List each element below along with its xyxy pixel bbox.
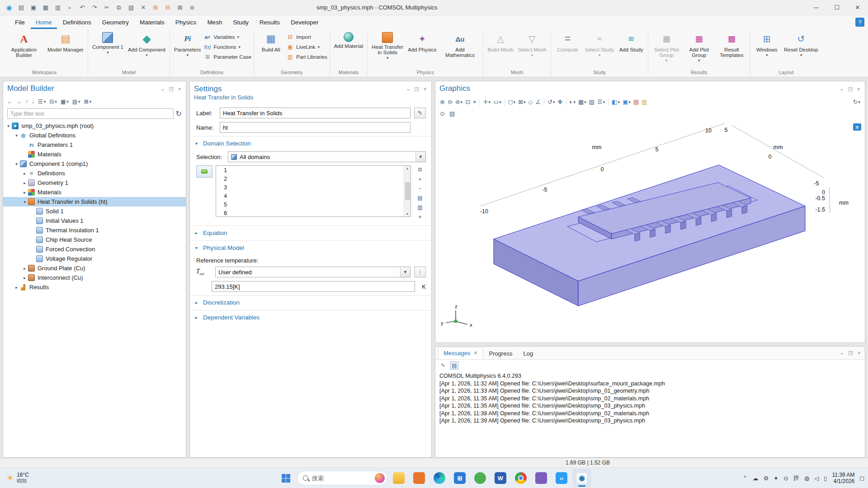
delete-icon[interactable]: ✕ — [139, 3, 148, 12]
cloud-icon[interactable]: ☁ — [752, 475, 758, 482]
expand-chevron-icon[interactable]: ▸ — [21, 171, 28, 176]
reference-temperature-input[interactable] — [212, 281, 415, 292]
forward-icon[interactable]: → — [16, 99, 22, 105]
expand-chevron-icon[interactable]: ▸ — [21, 276, 28, 280]
cut-icon[interactable]: ✂ — [102, 3, 111, 12]
tree-node-solid-1[interactable]: Solid 1 — [3, 206, 186, 216]
tree-node-voltage-regulator[interactable]: Voltage Regulator — [3, 254, 186, 263]
detach-panel-icon[interactable]: ◳ — [848, 86, 852, 92]
taskbar-app-purple[interactable] — [532, 469, 550, 487]
run-icon[interactable]: ▸ — [66, 3, 75, 12]
taskbar-vscode[interactable]: ‹› — [552, 469, 571, 487]
wireframe-icon[interactable]: ☰▾ — [596, 98, 606, 106]
taskbar-edge[interactable] — [430, 469, 448, 487]
expand-chevron-icon[interactable]: ▾ — [13, 162, 20, 166]
tree-columns-icon[interactable]: ▤▾ — [72, 99, 80, 105]
plot-settings-icon[interactable]: ◧▾ — [610, 98, 621, 106]
tab-progress[interactable]: Progress — [484, 348, 517, 359]
help-button[interactable]: ? — [855, 18, 864, 27]
add-study-button[interactable]: ≋ Add Study — [617, 30, 646, 52]
taskbar-file-explorer[interactable] — [390, 469, 408, 487]
maximize-button[interactable]: ☐ — [826, 0, 847, 15]
network-icon[interactable]: ◍ — [804, 475, 809, 482]
label-input[interactable] — [220, 108, 410, 118]
tref-dropdown[interactable]: User defined ▼ — [215, 267, 410, 277]
snapshot-camera-icon[interactable]: ⊙ — [440, 110, 445, 117]
model-tree-view-icon[interactable]: ▦▾ — [61, 99, 69, 105]
copy-selection-icon[interactable]: ▤ — [416, 194, 424, 202]
grid-icon[interactable]: ⊠ — [175, 3, 184, 12]
zoom-out-icon[interactable]: ⊖ — [446, 98, 454, 106]
menu-mesh[interactable]: Mesh — [202, 17, 227, 29]
add-material-button[interactable]: Add Material — [332, 30, 365, 49]
lasso-select-icon[interactable]: ◇ — [527, 98, 534, 106]
add-plot-group-button[interactable]: ▦ Add Plot Group ▾ — [683, 30, 715, 62]
taskbar-word[interactable]: W — [491, 469, 509, 487]
tree-node-definitions[interactable]: ▸ ≡ Definitions — [3, 169, 186, 178]
pan-icon[interactable]: ✥ — [557, 98, 564, 106]
add-component-button[interactable]: ◆ Add Component ▾ — [126, 30, 167, 56]
tree-node-root[interactable]: ▾ ◆ smp_03_physics.mph (root) — [3, 121, 186, 131]
domain-selection-list[interactable]: 1 2 3 4 5 6 ▲ ▼ — [216, 165, 411, 217]
undo-icon[interactable]: ↶ — [78, 3, 87, 12]
volume-icon[interactable]: ◁ — [814, 475, 819, 482]
detach-panel-icon[interactable]: ◳ — [414, 86, 419, 92]
clear-messages-icon[interactable]: ✎ — [439, 361, 447, 370]
select-box-icon[interactable]: ◻▾ — [507, 98, 517, 106]
result-templates-button[interactable]: ▩ Result Templates — [716, 30, 747, 58]
tree-node-thermal-insulation-1[interactable]: Thermal Insulation 1 — [3, 225, 186, 235]
detach-panel-icon[interactable]: ◳ — [848, 350, 853, 356]
tree-node-parameters[interactable]: Pi Parameters 1 — [3, 140, 186, 150]
insert-matrix-icon[interactable]: ⊞ — [151, 3, 160, 12]
panel-menu-icon[interactable]: ⌄ — [406, 86, 410, 92]
save-icon[interactable]: ▦ — [41, 3, 50, 12]
search-input[interactable] — [312, 475, 371, 482]
minimize-button[interactable]: ─ — [806, 0, 826, 15]
windows-button[interactable]: ⊞ Windows ▾ — [752, 30, 781, 56]
add-mathematics-button[interactable]: Δu Add Mathematics — [439, 30, 481, 58]
close-tab-icon[interactable]: ✕ — [473, 350, 477, 356]
parameters-button[interactable]: Pi Parameters ▾ — [172, 30, 203, 56]
copy-messages-icon[interactable]: ▤ — [450, 361, 458, 370]
start-button[interactable] — [277, 469, 295, 487]
menu-developer[interactable]: Developer — [286, 17, 324, 29]
domain-list-item[interactable]: 6 — [216, 209, 410, 217]
tref-edit-button[interactable]: ⋮ — [414, 267, 426, 277]
copy-icon[interactable]: ⧉ — [114, 3, 123, 12]
messages-log[interactable]: COMSOL Multiphysics 6.4.0.293 [Apr 1, 20… — [435, 371, 865, 457]
add-to-selection-icon[interactable]: ＋ — [416, 175, 424, 183]
taskbar-app-orange[interactable] — [410, 469, 428, 487]
rotate-icon[interactable]: ↺▾ — [546, 98, 556, 106]
settings-tray-icon[interactable]: ⚙ — [763, 475, 769, 482]
move-down-icon[interactable]: ↓ — [32, 99, 34, 105]
panel-menu-icon[interactable]: ⌄ — [840, 350, 844, 356]
animation-icon[interactable]: ▥ — [640, 98, 648, 106]
domain-list-item[interactable]: 1 — [216, 166, 410, 174]
panel-menu-icon[interactable]: ⌄ — [160, 86, 165, 92]
tab-log[interactable]: Log — [519, 348, 538, 359]
security-icon[interactable]: ✦ — [774, 475, 778, 482]
list-scrollbar[interactable]: ▲ ▼ — [404, 166, 410, 216]
component-1-button[interactable]: Component 1 ▾ — [90, 30, 125, 54]
active-selection-toggle[interactable] — [196, 165, 212, 178]
transparency-icon[interactable]: ▧ — [588, 98, 596, 106]
domain-list-item[interactable]: 5 — [216, 200, 410, 209]
print-icon[interactable]: ▤ — [449, 110, 455, 117]
taskbar-chrome[interactable] — [512, 469, 530, 487]
zoom-extents-icon[interactable]: ⊡ — [464, 98, 472, 106]
view-menu-icon[interactable]: ▭▾ — [492, 98, 503, 106]
close-button[interactable]: ✕ — [847, 0, 868, 15]
open-file-icon[interactable]: ▣ — [29, 3, 38, 12]
deselect-box-icon[interactable]: ⊠▾ — [517, 98, 527, 106]
model-manager-button[interactable]: ▤ Model Manager — [46, 30, 85, 52]
tree-node-global-definitions[interactable]: ▾ ⊕ Global Definitions — [3, 131, 186, 140]
create-selection-icon[interactable]: ⧉ — [416, 166, 424, 173]
go-to-default-view-icon[interactable]: ✛▾ — [481, 98, 491, 106]
move-up-icon[interactable]: ↑ — [25, 99, 28, 105]
dropdown-arrow-icon[interactable]: ▼ — [400, 267, 410, 277]
redo-icon[interactable]: ↷ — [90, 3, 99, 12]
taskbar-app-blue[interactable]: ⊞ — [451, 469, 469, 487]
save-as-icon[interactable]: ▥ — [53, 3, 62, 12]
tree-node-initial-values-1[interactable]: Initial Values 1 — [3, 216, 186, 225]
show-options-icon[interactable]: ☰▾ — [38, 99, 46, 105]
